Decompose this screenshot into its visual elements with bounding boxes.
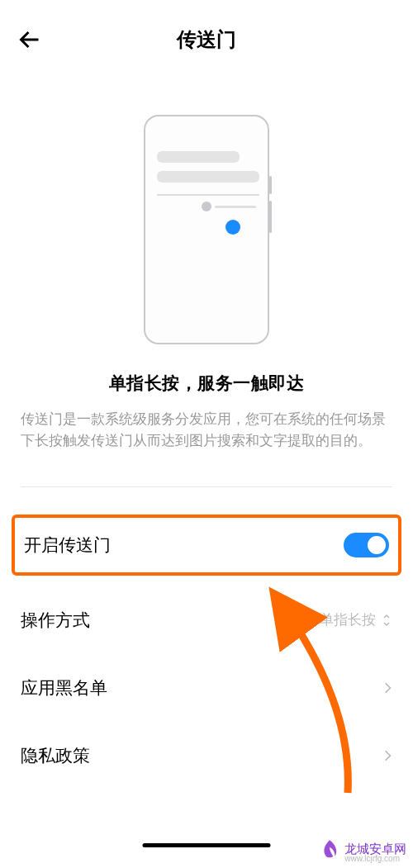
operation-method-row[interactable]: 操作方式 单指长按: [21, 597, 392, 643]
enable-portal-row[interactable]: 开启传送门: [12, 515, 401, 576]
app-blacklist-label: 应用黑名单: [21, 676, 107, 700]
illustration-caption: 单指长按，服务一触即达: [0, 372, 413, 395]
enable-portal-label: 开启传送门: [24, 534, 111, 557]
settings-list: 开启传送门 操作方式 单指长按 应用黑名单 隐私政策: [0, 515, 413, 779]
chevron-right-icon: [382, 681, 392, 695]
chevron-right-icon: [382, 748, 392, 763]
operation-method-label: 操作方式: [21, 609, 90, 632]
phone-frame-icon: [144, 115, 269, 344]
privacy-policy-row[interactable]: 隐私政策: [21, 733, 392, 779]
home-indicator[interactable]: [143, 843, 271, 847]
privacy-policy-label: 隐私政策: [21, 744, 90, 767]
up-down-chevron-icon: [381, 612, 392, 628]
illustration-description: 传送门是一款系统级服务分发应用，您可在系统的任何场景下长按触发传送门从而达到图片…: [0, 395, 413, 452]
watermark: 龙城安卓网 www.lcjrfg.com: [319, 838, 406, 860]
illustration: [0, 115, 413, 344]
app-blacklist-row[interactable]: 应用黑名单: [21, 665, 392, 711]
back-icon[interactable]: [15, 25, 45, 55]
header: 传送门: [0, 0, 413, 69]
divider: [21, 486, 392, 487]
watermark-logo-icon: [319, 838, 340, 860]
page-title: 传送门: [177, 26, 236, 53]
watermark-url: www.lcjrfg.com: [344, 854, 400, 863]
enable-portal-toggle[interactable]: [344, 533, 389, 557]
operation-method-value: 单指长按: [320, 611, 376, 629]
